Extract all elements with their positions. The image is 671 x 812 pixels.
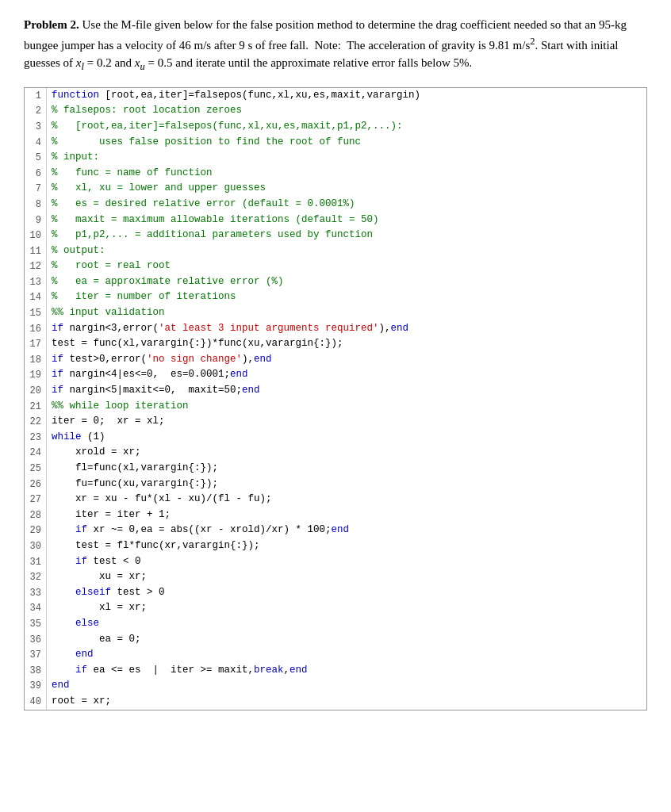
code-line-36: 36 ea = 0; xyxy=(25,632,646,648)
code-line-30: 30 test = fl*func(xr,varargin{:}); xyxy=(25,538,646,554)
line-code-10: % p1,p2,... = additional parameters used… xyxy=(47,228,646,243)
line-num-28: 28 xyxy=(25,508,47,523)
code-line-13: 13 % ea = approximate relative error (%) xyxy=(25,274,646,290)
line-code-1: function [root,ea,iter]=falsepos(func,xl… xyxy=(47,88,646,103)
code-line-10: 10 % p1,p2,... = additional parameters u… xyxy=(25,228,646,243)
line-code-26: fu=func(xu,varargin{:}); xyxy=(47,477,646,492)
code-line-17: 17 test = func(xl,varargin{:})*func(xu,v… xyxy=(25,336,646,352)
line-num-5: 5 xyxy=(25,150,47,166)
line-code-34: xl = xr; xyxy=(47,600,646,615)
code-line-40: 40 root = xr; xyxy=(25,694,646,710)
line-num-30: 30 xyxy=(25,538,47,554)
line-code-27: xr = xu - fu*(xl - xu)/(fl - fu); xyxy=(47,492,646,507)
code-line-31: 31 if test < 0 xyxy=(25,554,646,570)
code-line-12: 12 % root = real root xyxy=(25,259,646,274)
code-line-7: 7 % xl, xu = lower and upper guesses xyxy=(25,181,646,197)
code-line-37: 37 end xyxy=(25,647,646,663)
code-line-9: 9 % maxit = maximum allowable iterations… xyxy=(25,213,646,228)
line-code-17: test = func(xl,varargin{:})*func(xu,vara… xyxy=(47,336,646,351)
code-line-3: 3 % [root,ea,iter]=falsepos(func,xl,xu,e… xyxy=(25,119,646,135)
line-num-32: 32 xyxy=(25,569,47,585)
line-num-24: 24 xyxy=(25,445,47,461)
line-code-37: end xyxy=(47,647,646,662)
code-line-20: 20 if nargin<5|maxit<=0, maxit=50;end xyxy=(25,383,646,399)
line-code-13: % ea = approximate relative error (%) xyxy=(47,274,646,289)
line-num-9: 9 xyxy=(25,213,47,228)
line-num-27: 27 xyxy=(25,492,47,508)
line-num-22: 22 xyxy=(25,414,47,430)
line-code-24: xrold = xr; xyxy=(47,445,646,460)
line-code-12: % root = real root xyxy=(47,259,646,274)
line-num-6: 6 xyxy=(25,166,47,182)
line-code-2: % falsepos: root location zeroes xyxy=(47,103,646,118)
code-line-34: 34 xl = xr; xyxy=(25,600,646,616)
code-line-8: 8 % es = desired relative error (default… xyxy=(25,197,646,213)
line-code-23: while (1) xyxy=(47,430,646,445)
code-line-2: 2 % falsepos: root location zeroes xyxy=(25,103,646,119)
code-line-23: 23 while (1) xyxy=(25,430,646,446)
line-code-33: elseif test > 0 xyxy=(47,585,646,600)
line-num-35: 35 xyxy=(25,616,47,632)
code-line-21: 21 %% while loop iteration xyxy=(25,399,646,415)
code-line-14: 14 % iter = number of iterations xyxy=(25,289,646,305)
code-line-11: 11 % output: xyxy=(25,243,646,259)
code-line-26: 26 fu=func(xu,varargin{:}); xyxy=(25,477,646,492)
line-code-20: if nargin<5|maxit<=0, maxit=50;end xyxy=(47,383,646,398)
line-num-19: 19 xyxy=(25,367,47,383)
code-line-25: 25 fl=func(xl,varargin{:}); xyxy=(25,461,646,477)
code-line-35: 35 else xyxy=(25,616,646,632)
line-code-8: % es = desired relative error (default =… xyxy=(47,197,646,212)
problem-label: Problem 2. xyxy=(24,18,79,31)
line-num-38: 38 xyxy=(25,663,47,679)
code-line-24: 24 xrold = xr; xyxy=(25,445,646,461)
code-block: 1 function [root,ea,iter]=falsepos(func,… xyxy=(24,87,647,710)
line-code-29: if xr ~= 0,ea = abs((xr - xrold)/xr) * 1… xyxy=(47,523,646,538)
line-code-14: % iter = number of iterations xyxy=(47,289,646,304)
line-code-11: % output: xyxy=(47,243,646,259)
line-num-39: 39 xyxy=(25,678,47,694)
line-code-28: iter = iter + 1; xyxy=(47,508,646,523)
line-num-8: 8 xyxy=(25,197,47,213)
code-line-27: 27 xr = xu - fu*(xl - xu)/(fl - fu); xyxy=(25,492,646,508)
code-line-22: 22 iter = 0; xr = xl; xyxy=(25,414,646,430)
line-code-5: % input: xyxy=(47,150,646,165)
line-num-3: 3 xyxy=(25,119,47,135)
code-line-1: 1 function [root,ea,iter]=falsepos(func,… xyxy=(25,88,646,104)
line-code-15: %% input validation xyxy=(47,305,646,320)
line-code-21: %% while loop iteration xyxy=(47,399,646,414)
line-code-22: iter = 0; xr = xl; xyxy=(47,414,646,429)
code-line-33: 33 elseif test > 0 xyxy=(25,585,646,601)
line-num-25: 25 xyxy=(25,461,47,477)
problem-text: Use the M-file given below for the false… xyxy=(24,18,627,69)
line-code-31: if test < 0 xyxy=(47,554,646,569)
line-code-3: % [root,ea,iter]=falsepos(func,xl,xu,es,… xyxy=(47,119,646,134)
line-code-38: if ea <= es | iter >= maxit,break,end xyxy=(47,663,646,678)
line-num-29: 29 xyxy=(25,523,47,538)
line-code-35: else xyxy=(47,616,646,631)
line-num-36: 36 xyxy=(25,632,47,648)
line-code-6: % func = name of function xyxy=(47,166,646,181)
line-code-4: % uses false position to find the root o… xyxy=(47,135,646,150)
line-num-21: 21 xyxy=(25,399,47,415)
line-num-12: 12 xyxy=(25,259,47,274)
line-num-16: 16 xyxy=(25,321,47,337)
line-num-2: 2 xyxy=(25,103,47,119)
line-num-4: 4 xyxy=(25,135,47,151)
code-line-6: 6 % func = name of function xyxy=(25,166,646,182)
code-line-29: 29 if xr ~= 0,ea = abs((xr - xrold)/xr) … xyxy=(25,523,646,538)
line-num-37: 37 xyxy=(25,647,47,663)
line-code-7: % xl, xu = lower and upper guesses xyxy=(47,181,646,196)
line-num-11: 11 xyxy=(25,243,47,259)
code-line-32: 32 xu = xr; xyxy=(25,569,646,585)
line-code-25: fl=func(xl,varargin{:}); xyxy=(47,461,646,476)
line-num-13: 13 xyxy=(25,274,47,290)
code-line-16: 16 if nargin<3,error('at least 3 input a… xyxy=(25,321,646,337)
line-num-10: 10 xyxy=(25,228,47,243)
code-line-15: 15 %% input validation xyxy=(25,305,646,321)
line-num-26: 26 xyxy=(25,477,47,492)
line-num-31: 31 xyxy=(25,554,47,570)
line-num-18: 18 xyxy=(25,352,47,368)
line-num-15: 15 xyxy=(25,305,47,321)
code-line-38: 38 if ea <= es | iter >= maxit,break,end xyxy=(25,663,646,679)
line-num-1: 1 xyxy=(25,88,47,104)
